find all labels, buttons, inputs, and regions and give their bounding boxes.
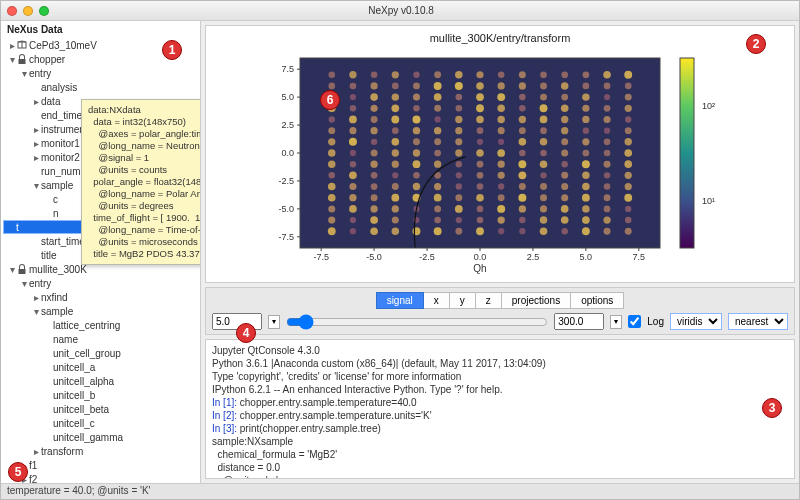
disclosure-triangle-icon[interactable]: ▾ [31, 180, 41, 191]
svg-point-58 [391, 104, 399, 112]
max-input[interactable] [554, 313, 604, 330]
tab-signal[interactable]: signal [376, 292, 424, 309]
svg-text:7.5: 7.5 [281, 64, 294, 74]
log-checkbox[interactable] [628, 315, 641, 328]
tree-row[interactable]: ▸nxfind [3, 290, 198, 304]
svg-point-59 [392, 93, 399, 100]
tree-row[interactable]: name [3, 332, 198, 346]
tab-x[interactable]: x [424, 292, 450, 309]
svg-point-152 [540, 227, 548, 235]
tree-row[interactable]: ▾entry [3, 66, 198, 80]
disclosure-triangle-icon[interactable]: ▸ [7, 40, 17, 51]
disclosure-triangle-icon[interactable]: ▾ [19, 278, 29, 289]
svg-point-192 [582, 116, 589, 123]
tree-row[interactable]: ▸f2 [3, 472, 198, 483]
max-stepper[interactable]: ▾ [610, 315, 622, 329]
svg-point-76 [413, 72, 419, 78]
svg-point-109 [477, 206, 484, 213]
svg-point-99 [455, 149, 462, 156]
svg-point-39 [371, 150, 378, 157]
disclosure-triangle-icon[interactable]: ▾ [19, 68, 29, 79]
tree-row[interactable]: unit_cell_group [3, 346, 198, 360]
heatmap-plot[interactable]: -7.5-5.0-2.50.02.55.07.5-7.5-5.0-2.50.02… [240, 48, 760, 278]
svg-point-40 [371, 139, 377, 145]
svg-point-189 [583, 150, 590, 157]
svg-point-140 [518, 194, 526, 202]
svg-point-11 [328, 127, 335, 134]
ipython-console[interactable]: Jupyter QtConsole 4.3.0Python 3.6.1 |Ana… [205, 339, 795, 479]
disclosure-triangle-icon[interactable]: ▸ [31, 292, 41, 303]
svg-text:-2.5: -2.5 [419, 252, 435, 262]
tree-label: entry [29, 278, 51, 289]
svg-point-113 [477, 161, 484, 168]
svg-point-29 [350, 94, 356, 100]
svg-point-142 [518, 171, 526, 179]
svg-point-218 [624, 160, 632, 168]
svg-point-202 [604, 172, 610, 178]
console-line: Type 'copyright', 'credits' or 'license'… [212, 370, 788, 383]
tree-row[interactable]: unitcell_gamma [3, 430, 198, 444]
svg-point-67 [413, 172, 420, 179]
close-icon[interactable] [7, 6, 17, 16]
tree-row[interactable]: ▸f1 [3, 458, 198, 472]
tab-projections[interactable]: projections [502, 292, 571, 309]
colormap-select[interactable]: viridis [670, 313, 722, 330]
min-stepper[interactable]: ▾ [268, 315, 280, 329]
callout-badge-5: 5 [8, 462, 28, 482]
disclosure-triangle-icon[interactable]: ▸ [31, 124, 41, 135]
svg-point-206 [604, 128, 610, 134]
callout-badge-2: 2 [746, 34, 766, 54]
tree-row[interactable]: unitcell_beta [3, 402, 198, 416]
disclosure-triangle-icon[interactable]: ▸ [31, 96, 41, 107]
svg-point-176 [561, 127, 568, 134]
tab-y[interactable]: y [450, 292, 476, 309]
svg-point-193 [582, 105, 589, 112]
svg-point-148 [519, 105, 525, 111]
svg-point-102 [455, 116, 462, 123]
disclosure-triangle-icon[interactable]: ▾ [7, 264, 17, 275]
disclosure-triangle-icon[interactable]: ▾ [7, 54, 17, 65]
tree-row[interactable]: ▾sample [3, 304, 198, 318]
svg-point-165 [540, 83, 547, 90]
tree-row[interactable]: unitcell_alpha [3, 374, 198, 388]
svg-point-60 [392, 83, 399, 90]
range-slider[interactable] [286, 314, 548, 330]
tree-row[interactable]: lattice_centring [3, 318, 198, 332]
disclosure-triangle-icon[interactable]: ▸ [31, 152, 41, 163]
plot-pane: mullite_300K/entry/transform -7.5-5.0-2.… [205, 25, 795, 283]
plot-area[interactable]: -7.5-5.0-2.50.02.55.07.5-7.5-5.0-2.50.02… [210, 48, 790, 278]
svg-point-185 [582, 194, 590, 202]
callout-badge-3: 3 [762, 398, 782, 418]
svg-point-181 [561, 71, 568, 78]
tree-row[interactable]: unitcell_a [3, 360, 198, 374]
tree-row[interactable]: analysis [3, 80, 198, 94]
disclosure-triangle-icon[interactable]: ▾ [31, 306, 41, 317]
svg-point-45 [371, 82, 378, 89]
tab-options[interactable]: options [571, 292, 624, 309]
tree-label: f2 [29, 474, 37, 484]
tree-row[interactable]: ▾entry [3, 276, 198, 290]
tree-row[interactable]: unitcell_b [3, 388, 198, 402]
svg-point-119 [476, 93, 484, 101]
console-line: sample:NXsample [212, 435, 788, 448]
disclosure-triangle-icon[interactable]: ▸ [31, 138, 41, 149]
tree-row[interactable]: ▸transform [3, 444, 198, 458]
svg-point-138 [519, 217, 525, 223]
window-title: NeXpy v0.10.8 [49, 5, 753, 16]
svg-text:2.5: 2.5 [281, 120, 294, 130]
zoom-icon[interactable] [39, 6, 49, 16]
tab-z[interactable]: z [476, 292, 502, 309]
disclosure-triangle-icon[interactable]: ▸ [31, 446, 41, 457]
svg-point-46 [371, 71, 378, 78]
svg-point-18 [350, 217, 356, 223]
svg-point-156 [540, 183, 547, 190]
svg-point-169 [561, 205, 569, 213]
tree-row[interactable]: unitcell_c [3, 416, 198, 430]
svg-point-204 [604, 150, 611, 157]
tree-label: n [53, 208, 59, 219]
minimize-icon[interactable] [23, 6, 33, 16]
svg-point-69 [413, 149, 420, 156]
svg-point-177 [561, 116, 568, 123]
interp-select[interactable]: nearest [728, 313, 788, 330]
svg-text:7.5: 7.5 [633, 252, 646, 262]
